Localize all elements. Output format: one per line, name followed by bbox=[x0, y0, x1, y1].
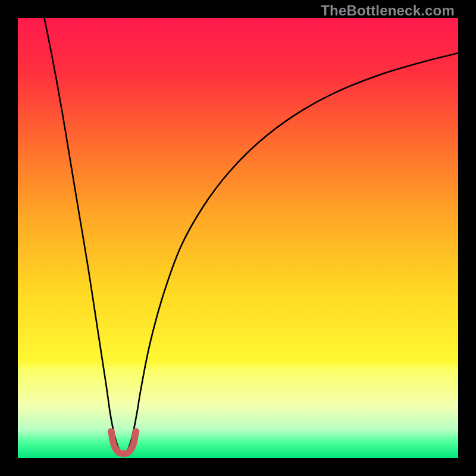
svg-point-1 bbox=[132, 428, 139, 436]
chart-frame bbox=[18, 18, 458, 458]
watermark-text: TheBottleneck.com bbox=[321, 2, 455, 19]
bottleneck-chart bbox=[18, 18, 458, 458]
svg-point-0 bbox=[108, 428, 115, 436]
